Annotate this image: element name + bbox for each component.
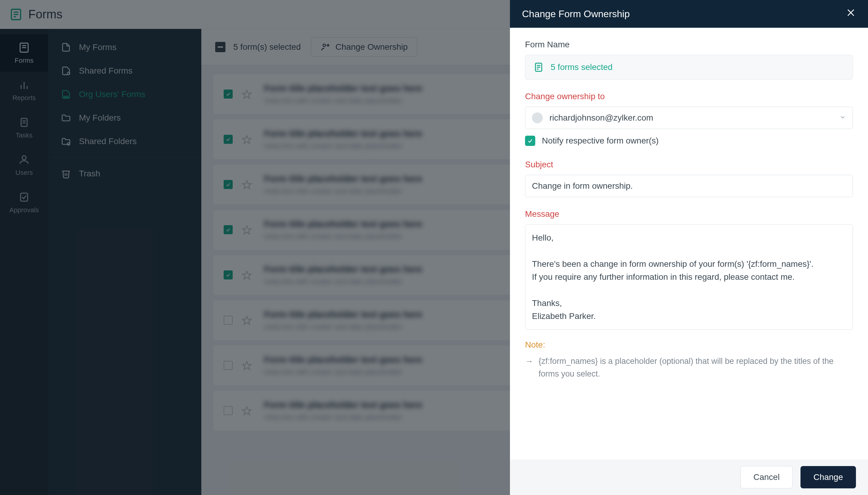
modal-body: Form Name 5 forms selected Change owners… [510,28,868,459]
notify-checkbox-row[interactable]: Notify respective form owner(s) [525,136,853,146]
selected-forms-text: 5 forms selected [551,63,612,72]
message-label: Message [525,209,853,219]
notify-label: Notify respective form owner(s) [542,136,659,146]
close-button[interactable] [846,7,856,20]
change-ownership-to-label: Change ownership to [525,92,853,101]
selected-forms-chip: 5 forms selected [525,55,853,80]
form-name-label: Form Name [525,40,853,49]
subject-input[interactable] [525,175,853,197]
note-label: Note: [525,340,853,350]
note-item: → {zf:form_names} is a placeholder (opti… [525,355,853,380]
check-icon [527,138,533,144]
avatar-icon [532,113,543,123]
form-icon [533,62,544,73]
modal-title: Change Form Ownership [522,8,630,20]
change-ownership-modal: Change Form Ownership Form Name 5 forms … [510,0,868,495]
owner-select[interactable]: richardjohnson@zylker.com [525,107,853,129]
owner-email: richardjohnson@zylker.com [550,113,653,123]
close-icon [846,7,856,18]
chevron-down-icon [839,114,846,122]
notify-checkbox[interactable] [525,136,535,146]
modal-footer: Cancel Change [510,459,868,495]
note-text: {zf:form_names} is a placeholder (option… [539,355,853,380]
modal-header: Change Form Ownership [510,0,868,28]
change-button[interactable]: Change [800,466,856,488]
arrow-icon: → [525,355,533,380]
subject-label: Subject [525,160,853,169]
cancel-button[interactable]: Cancel [741,466,793,488]
message-textarea[interactable]: Hello, There's been a change in form own… [525,224,853,330]
